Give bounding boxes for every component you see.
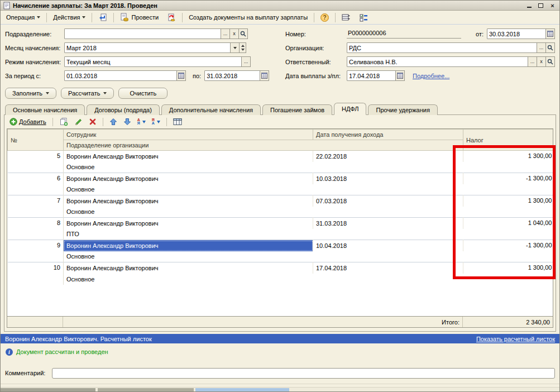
payment-date-calendar-button[interactable] [395, 70, 405, 81]
department-open-button[interactable] [238, 28, 248, 39]
payslip-status-text: Воронин Александр Викторович. Расчетный … [5, 336, 476, 342]
move-down-button[interactable] [122, 117, 133, 126]
department-cell[interactable]: ПТО [64, 229, 463, 240]
income-date-cell[interactable]: 22.02.2018 [313, 151, 463, 162]
tab-1[interactable]: Основные начисления [5, 104, 85, 115]
accrual-month-input[interactable] [64, 42, 231, 53]
accrual-month-spinner[interactable] [239, 42, 246, 53]
period-from-input[interactable] [64, 70, 177, 81]
fill-button[interactable]: Заполнить [5, 88, 56, 99]
department-clear-button[interactable]: x [229, 28, 239, 39]
unpost-button[interactable] [164, 11, 179, 23]
column-settings-button[interactable] [171, 117, 184, 126]
row-number-cell[interactable]: 9 [8, 240, 64, 262]
tax-cell[interactable]: 1 300,00 [463, 151, 554, 173]
post-button[interactable]: Провести [117, 11, 162, 23]
header-income-date[interactable]: Дата получения дохода [313, 130, 463, 140]
tab-3[interactable]: Дополнительные начисления [161, 104, 261, 115]
employee-cell[interactable]: Воронин Александр Викторович [64, 195, 313, 207]
organization-input[interactable] [347, 42, 537, 53]
minimize-button[interactable] [524, 2, 534, 9]
copy-row-button[interactable] [58, 117, 70, 127]
add-row-button[interactable]: Добавить [8, 117, 48, 126]
department-input[interactable] [64, 28, 221, 39]
tax-cell[interactable]: 1 300,00 [463, 262, 554, 285]
structure-settings-button[interactable] [356, 11, 371, 23]
period-to-calendar-button[interactable] [260, 70, 269, 81]
comment-label: Комментарий: [5, 370, 52, 376]
actions-menu[interactable]: Действия [50, 12, 89, 22]
employee-cell[interactable]: Воронин Александр Викторович [64, 173, 313, 184]
payslip-status-bar: Воронин Александр Викторович. Расчетный … [1, 334, 559, 343]
income-date-cell[interactable]: 17.04.2018 [313, 262, 463, 274]
income-date-cell[interactable]: 10.03.2018 [313, 173, 463, 184]
show-payslip-link[interactable]: Показать расчетный листок [476, 336, 555, 342]
table-row: 10Воронин Александр Викторович17.04.2018… [8, 262, 554, 274]
department-select-button[interactable]: ... [221, 28, 230, 39]
employee-cell[interactable]: Воронин Александр Викторович [64, 151, 313, 162]
employee-cell[interactable]: Воронин Александр Викторович [64, 262, 313, 274]
sort-ascending-button[interactable]: АЯ [136, 118, 147, 126]
list-settings-button[interactable] [338, 11, 354, 23]
income-date-cell[interactable]: 07.03.2018 [313, 195, 463, 207]
operation-menu[interactable]: Операция [3, 12, 44, 22]
tab-2[interactable]: Договоры (подряда) [87, 104, 160, 115]
edit-row-button[interactable] [73, 117, 84, 127]
organization-select-button[interactable]: ... [537, 42, 546, 53]
period-from-calendar-button[interactable] [176, 70, 186, 81]
employee-cell[interactable]: Воронин Александр Викторович [64, 218, 313, 229]
reread-button[interactable] [95, 11, 111, 23]
tab-5[interactable]: НДФЛ [334, 103, 366, 115]
tax-cell[interactable]: 1 040,00 [463, 218, 554, 240]
document-date-input[interactable] [487, 28, 546, 39]
tax-cell[interactable]: 1 300,00 [463, 195, 554, 218]
department-cell[interactable]: Основное [64, 274, 463, 285]
row-number-cell[interactable]: 5 [8, 151, 64, 173]
income-date-cell[interactable]: 10.04.2018 [313, 240, 463, 251]
details-link[interactable]: Подробнее... [413, 73, 449, 79]
header-department[interactable]: Подразделение организации [64, 140, 463, 151]
responsible-input[interactable] [347, 56, 528, 67]
employee-cell[interactable]: Воронин Александр Викторович [64, 240, 313, 251]
row-number-cell[interactable]: 10 [8, 262, 64, 285]
organization-open-button[interactable] [545, 42, 555, 53]
sort-descending-button[interactable]: ЯА [150, 118, 162, 126]
income-date-cell[interactable]: 31.03.2018 [313, 218, 463, 229]
table-toolbar: Добавить АЯ ЯА [4, 115, 556, 128]
move-up-button[interactable] [108, 117, 119, 126]
comment-input[interactable] [52, 368, 555, 379]
header-num[interactable]: № [8, 130, 64, 151]
calculate-button[interactable]: Рассчитать [61, 88, 114, 99]
responsible-select-button[interactable]: ... [528, 56, 537, 67]
tab-6[interactable]: Прочие удержания [368, 104, 437, 115]
tax-cell[interactable]: -1 300,00 [463, 173, 554, 195]
create-payment-documents-button[interactable]: Создать документы на выплату зарплаты [185, 12, 311, 22]
department-cell[interactable]: Основное [64, 184, 463, 195]
row-number-cell[interactable]: 8 [8, 218, 64, 240]
accrual-mode-select-button[interactable]: ... [241, 56, 251, 67]
tab-4[interactable]: Погашение займов [262, 104, 332, 115]
document-date-calendar-button[interactable] [545, 28, 555, 39]
payment-date-input[interactable] [347, 70, 396, 81]
header-employee[interactable]: Сотрудник [64, 130, 313, 140]
totals-label: Итого: [63, 317, 463, 327]
period-to-input[interactable] [204, 70, 260, 81]
restore-button[interactable] [536, 2, 545, 9]
responsible-clear-button[interactable]: x [537, 56, 546, 67]
chevron-down-icon [103, 92, 107, 94]
responsible-open-button[interactable] [545, 56, 555, 67]
help-button[interactable]: ? [317, 12, 332, 23]
delete-row-button[interactable] [87, 117, 98, 126]
clear-button[interactable]: Очистить [118, 88, 167, 99]
header-tax[interactable]: Налог [463, 130, 554, 151]
close-button[interactable]: × [548, 2, 557, 9]
department-cell[interactable]: Основное [64, 207, 463, 218]
accrual-month-dropdown-button[interactable] [230, 42, 240, 53]
command-bar: Заполнить Рассчитать Очистить [1, 85, 559, 102]
accrual-mode-input[interactable] [64, 56, 242, 67]
row-number-cell[interactable]: 7 [8, 195, 64, 218]
department-cell[interactable]: Основное [64, 251, 463, 262]
department-cell[interactable]: Основное [64, 162, 463, 173]
row-number-cell[interactable]: 6 [8, 173, 64, 195]
tax-cell[interactable]: -1 300,00 [463, 240, 554, 262]
